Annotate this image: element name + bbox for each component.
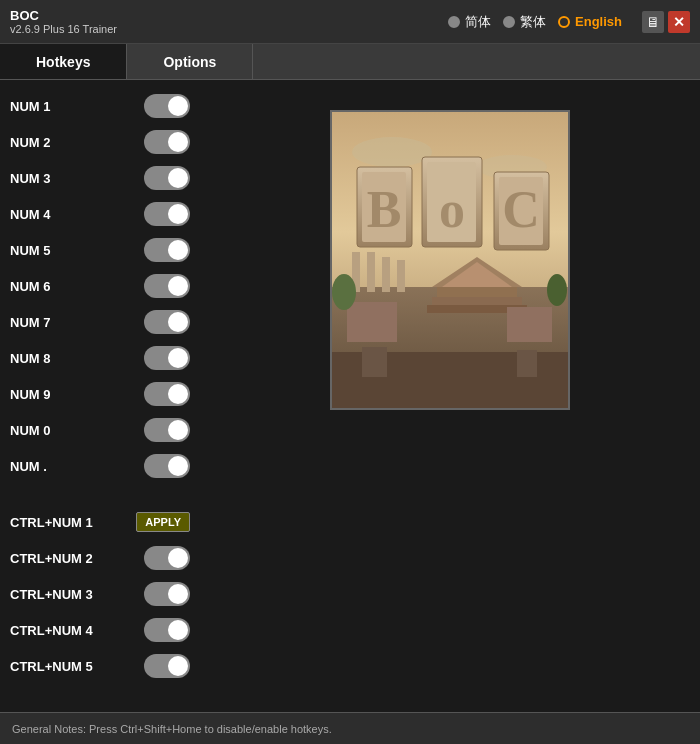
hotkey-num3-label: NUM 3: [10, 171, 90, 186]
image-panel: B o C: [200, 90, 700, 712]
hotkey-num0-label: NUM 0: [10, 423, 90, 438]
title-right: 简体 繁体 English 🖥 ✕: [448, 11, 690, 33]
window-controls: 🖥 ✕: [642, 11, 690, 33]
toggle-numdot[interactable]: [144, 454, 190, 478]
spacer-1: [10, 486, 190, 502]
toggle-num0[interactable]: [144, 418, 190, 442]
svg-point-25: [547, 274, 567, 306]
toggle-num9[interactable]: [144, 382, 190, 406]
hotkey-ctrl-num3-label: CTRL+NUM 3: [10, 587, 93, 602]
svg-rect-22: [347, 302, 397, 342]
hotkey-num9-label: NUM 9: [10, 387, 90, 402]
lang-english[interactable]: English: [558, 14, 622, 29]
status-text: General Notes: Press Ctrl+Shift+Home to …: [12, 723, 332, 735]
svg-rect-27: [362, 347, 387, 377]
monitor-button[interactable]: 🖥: [642, 11, 664, 33]
toggle-ctrl-num3[interactable]: [144, 582, 190, 606]
status-bar: General Notes: Press Ctrl+Shift+Home to …: [0, 712, 700, 744]
toggle-num8[interactable]: [144, 346, 190, 370]
lang-simplified-label: 简体: [465, 13, 491, 31]
svg-rect-15: [382, 257, 390, 292]
hotkey-ctrl-num1: CTRL+NUM 1 APPLY: [10, 506, 190, 538]
hotkey-ctrl-num4-label: CTRL+NUM 4: [10, 623, 93, 638]
hotkey-num0: NUM 0: [10, 414, 190, 446]
tab-hotkeys[interactable]: Hotkeys: [0, 44, 127, 79]
svg-point-1: [352, 137, 432, 167]
tab-bar: Hotkeys Options: [0, 44, 700, 80]
hotkey-num4: NUM 4: [10, 198, 190, 230]
hotkey-numdot: NUM .: [10, 450, 190, 482]
hotkey-num1-label: NUM 1: [10, 99, 90, 114]
hotkey-ctrl-num5: CTRL+NUM 5: [10, 650, 190, 682]
game-image-inner: B o C: [332, 112, 568, 408]
toggle-num1[interactable]: [144, 94, 190, 118]
hotkey-ctrl-num5-label: CTRL+NUM 5: [10, 659, 93, 674]
hotkey-num2-label: NUM 2: [10, 135, 90, 150]
toggle-num2[interactable]: [144, 130, 190, 154]
hotkey-ctrl-num2: CTRL+NUM 2: [10, 542, 190, 574]
hotkey-num4-label: NUM 4: [10, 207, 90, 222]
game-art-svg: B o C: [332, 112, 570, 410]
svg-rect-16: [397, 260, 405, 292]
radio-english: [558, 16, 570, 28]
app-name: BOC: [10, 8, 117, 23]
title-bar: BOC v2.6.9 Plus 16 Trainer 简体 繁体 English…: [0, 0, 700, 44]
toggle-num3[interactable]: [144, 166, 190, 190]
hotkey-ctrl-num3: CTRL+NUM 3: [10, 578, 190, 610]
toggle-ctrl-num4[interactable]: [144, 618, 190, 642]
hotkey-num6-label: NUM 6: [10, 279, 90, 294]
tab-options[interactable]: Options: [127, 44, 253, 79]
title-left: BOC v2.6.9 Plus 16 Trainer: [10, 8, 117, 35]
toggle-num5[interactable]: [144, 238, 190, 262]
hotkey-ctrl-num4: CTRL+NUM 4: [10, 614, 190, 646]
apply-button[interactable]: APPLY: [136, 512, 190, 532]
toggle-num7[interactable]: [144, 310, 190, 334]
toggle-num4[interactable]: [144, 202, 190, 226]
radio-simplified: [448, 16, 460, 28]
toggle-ctrl-num5[interactable]: [144, 654, 190, 678]
svg-rect-23: [507, 307, 552, 342]
svg-text:C: C: [502, 181, 540, 238]
hotkey-num5: NUM 5: [10, 234, 190, 266]
lang-simplified[interactable]: 简体: [448, 13, 491, 31]
hotkey-num7-label: NUM 7: [10, 315, 90, 330]
svg-rect-14: [367, 252, 375, 292]
toggle-ctrl-num2[interactable]: [144, 546, 190, 570]
hotkey-num5-label: NUM 5: [10, 243, 90, 258]
lang-traditional-label: 繁体: [520, 13, 546, 31]
hotkey-ctrl-num2-label: CTRL+NUM 2: [10, 551, 93, 566]
hotkey-ctrl-num1-label: CTRL+NUM 1: [10, 515, 93, 530]
hotkey-numdot-label: NUM .: [10, 459, 90, 474]
hotkey-num8-label: NUM 8: [10, 351, 90, 366]
hotkey-num7: NUM 7: [10, 306, 190, 338]
app-version: v2.6.9 Plus 16 Trainer: [10, 23, 117, 35]
svg-rect-20: [432, 297, 522, 305]
hotkey-num2: NUM 2: [10, 126, 190, 158]
hotkey-num1: NUM 1: [10, 90, 190, 122]
hotkeys-column: NUM 1 NUM 2 NUM 3 NUM 4 NUM 5 NUM 6: [0, 90, 200, 712]
svg-text:o: o: [439, 181, 465, 238]
lang-traditional[interactable]: 繁体: [503, 13, 546, 31]
hotkey-num6: NUM 6: [10, 270, 190, 302]
hotkey-num3: NUM 3: [10, 162, 190, 194]
main-content: NUM 1 NUM 2 NUM 3 NUM 4 NUM 5 NUM 6: [0, 80, 700, 712]
game-cover-image: B o C: [330, 110, 570, 410]
close-button[interactable]: ✕: [668, 11, 690, 33]
radio-traditional: [503, 16, 515, 28]
hotkey-num8: NUM 8: [10, 342, 190, 374]
toggle-num6[interactable]: [144, 274, 190, 298]
svg-text:B: B: [367, 181, 402, 238]
svg-rect-28: [517, 350, 537, 377]
svg-point-24: [332, 274, 356, 310]
lang-english-label: English: [575, 14, 622, 29]
hotkey-num9: NUM 9: [10, 378, 190, 410]
